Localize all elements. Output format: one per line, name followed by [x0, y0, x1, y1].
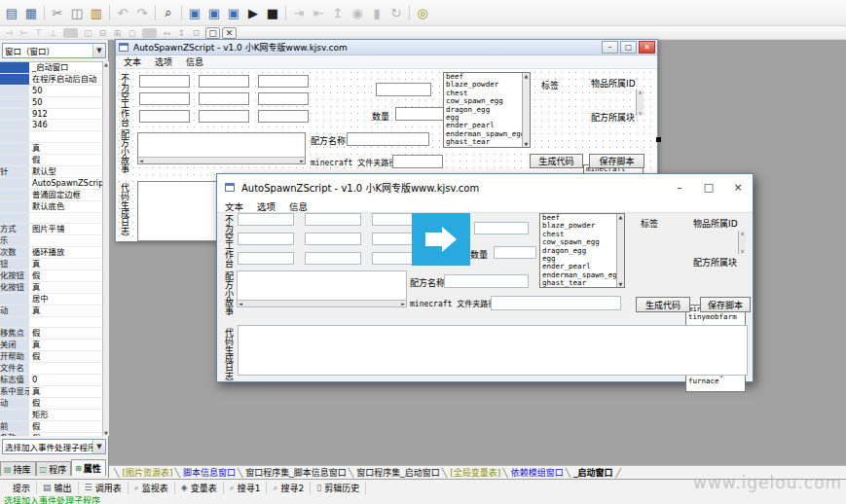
property-row[interactable]: 矩形 [0, 410, 102, 421]
space-vertical-icon[interactable]: ↕ [174, 27, 189, 39]
property-row[interactable]: 化按钮 假 [0, 270, 102, 282]
property-row[interactable]: 方式 图片平铺 [0, 224, 102, 235]
property-value[interactable]: AutoSpawnZScript [29, 178, 102, 189]
breakpoint-icon[interactable]: ◉ [348, 3, 367, 22]
save-icon[interactable]: ▦ [21, 3, 41, 22]
property-value[interactable]: 在程序启动后自动 [29, 74, 102, 85]
property-row[interactable]: 化按钮 真 [0, 282, 102, 294]
property-row[interactable]: 居中 [0, 294, 102, 306]
recipe-story-box[interactable]: ◄► [137, 132, 306, 164]
window-tile-horizontal-icon[interactable]: ▣ [185, 3, 204, 22]
align-right-icon[interactable]: ⊢ [17, 27, 31, 39]
same-width-icon[interactable]: ◫ [81, 27, 95, 39]
property-row[interactable]: _启动窗口 [0, 62, 102, 74]
menu-info[interactable]: 信息 [289, 199, 308, 213]
selection-handle[interactable] [656, 137, 661, 142]
scroll-down-icon[interactable]: ▼ [523, 141, 530, 147]
property-row[interactable] [0, 213, 102, 225]
scroll-left-icon[interactable]: ◄ [139, 158, 143, 163]
craft-grid-cell[interactable] [139, 75, 190, 88]
craft-grid-cell[interactable] [199, 110, 249, 123]
item-id-scrollbar[interactable]: ∧ ∨ [636, 90, 644, 116]
property-value[interactable]: 50 [29, 86, 102, 96]
scroll-up-icon[interactable]: ▲ [617, 214, 624, 220]
item-listbox-scrollbar[interactable]: ▲ ▼ [522, 73, 530, 147]
save-script-button[interactable]: 保存脚本 [700, 297, 751, 312]
property-value[interactable]: 真 [29, 340, 102, 350]
property-row[interactable]: 移焦点 假 [0, 328, 102, 340]
document-tab[interactable]: 脚本信息窗口 [173, 466, 236, 479]
status-tab[interactable]: ☰ 调用表 [79, 482, 129, 494]
path-input[interactable] [392, 155, 443, 168]
property-row[interactable]: 文件名 [0, 363, 102, 375]
property-value[interactable]: 循环播放 [29, 247, 102, 258]
property-value[interactable]: 真 [29, 386, 102, 397]
property-row[interactable]: AutoSpawnZScript [0, 178, 102, 190]
quantity-input[interactable] [494, 246, 536, 259]
maximize-button[interactable]: □ [702, 181, 716, 194]
status-tab[interactable]: ⌕ 搜寻2 [267, 482, 311, 494]
same-height-icon[interactable]: ⊟ [95, 27, 110, 39]
property-value[interactable]: 假 [29, 433, 102, 437]
minimize-button[interactable]: – [673, 181, 686, 194]
path-input[interactable] [491, 296, 621, 310]
property-value[interactable]: 默认底色 [29, 201, 102, 212]
property-value[interactable]: 真 [29, 259, 102, 270]
grid-icon[interactable]: ⊡ [189, 27, 203, 39]
document-tab[interactable]: [图片资源表] [113, 466, 173, 479]
minimize-button[interactable]: – [602, 41, 618, 54]
menu-options[interactable]: 选项 [257, 199, 276, 213]
log-box[interactable] [238, 325, 748, 376]
pause-icon[interactable]: ▮ [367, 3, 386, 22]
property-row[interactable]: 开帮助 假 [0, 351, 102, 363]
item-id-scrollbar[interactable]: ∧ ∨ [738, 231, 746, 254]
property-row[interactable]: 在程序启动后自动 [0, 74, 102, 86]
designer-title-bar[interactable]: AutoSpawnZScript - v1.0 小K网专版www.kjsv.co… [116, 40, 657, 55]
property-value[interactable]: 912 [29, 109, 102, 120]
property-value[interactable]: 默认型 [29, 166, 102, 177]
property-value[interactable]: 346 [29, 120, 102, 130]
property-row[interactable]: 50 [0, 86, 102, 97]
close-button[interactable]: ✕ [639, 41, 655, 54]
property-row[interactable] [0, 317, 102, 329]
property-row[interactable]: 次数 循环播放 [0, 247, 102, 259]
align-bottom-icon[interactable]: ⊥ [46, 27, 60, 39]
property-grid-scrollbar[interactable]: ▲ ▼ [102, 61, 109, 436]
window-tile-vertical-icon[interactable]: ▣ [204, 3, 224, 22]
property-value[interactable]: 真 [29, 143, 102, 154]
property-value[interactable]: 假 [29, 421, 102, 432]
document-tab[interactable]: _启动窗口 [565, 466, 622, 479]
scroll-up-icon[interactable]: ▲ [523, 73, 530, 79]
menu-info[interactable]: 信息 [186, 55, 203, 68]
property-value[interactable]: 真 [29, 282, 102, 293]
property-value[interactable]: 真 [29, 306, 102, 316]
document-tab[interactable]: 窗口程序集_脚本信息窗口 [237, 466, 348, 479]
property-row[interactable]: 普通固定边框 [0, 190, 102, 201]
quantity-input[interactable] [395, 107, 446, 121]
craft-grid-cell[interactable] [258, 92, 309, 105]
craft-grid-cell[interactable] [305, 213, 361, 226]
space-horizontal-icon[interactable]: ↔ [160, 27, 174, 39]
list-item[interactable]: furnace [686, 378, 745, 385]
paste-icon[interactable]: ▥ [87, 3, 106, 22]
property-value[interactable] [29, 235, 102, 246]
item-listbox-scrollbar[interactable]: ▲ ▼ [616, 214, 624, 287]
menu-options[interactable]: 选项 [155, 55, 172, 68]
property-row[interactable]: 动 真 [0, 306, 102, 317]
property-row[interactable]: 真 [0, 143, 102, 155]
step-over-icon[interactable]: ⇤ [309, 3, 328, 22]
horizontal-scrollbar[interactable]: ◄► [138, 157, 305, 163]
menu-text[interactable]: 文本 [225, 199, 243, 213]
status-tab[interactable]: 提示 [4, 482, 37, 494]
cut-icon[interactable]: ✂ [48, 3, 67, 22]
status-tab[interactable]: ▯ 剪辑历史 [311, 482, 366, 494]
scroll-right-icon[interactable]: ► [401, 301, 405, 306]
property-value[interactable]: 50 [29, 97, 102, 108]
property-row[interactable]: 标志值 0 [0, 375, 102, 386]
property-value[interactable]: 假 [29, 270, 102, 281]
copy-icon[interactable]: ◫ [67, 3, 87, 22]
craft-grid-cell[interactable] [199, 92, 249, 105]
property-row[interactable]: 假 [0, 155, 102, 166]
craft-grid-cell[interactable] [258, 75, 309, 88]
undo-icon[interactable]: ↶ [113, 3, 132, 22]
